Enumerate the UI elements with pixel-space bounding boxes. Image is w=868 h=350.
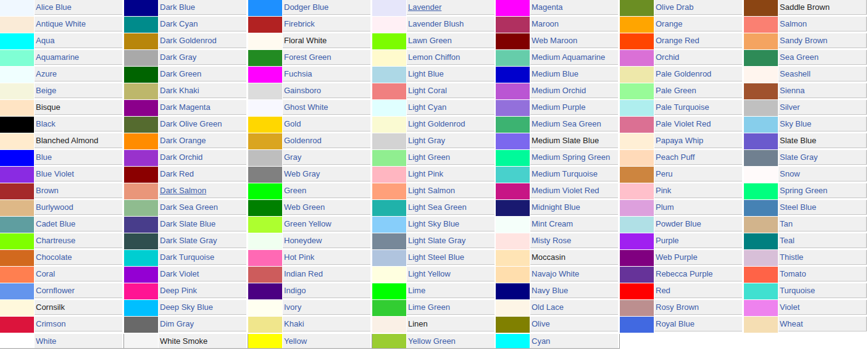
color-name-link[interactable]: Purple: [654, 236, 679, 245]
color-name-link[interactable]: Light Cyan: [407, 102, 446, 112]
color-name-link[interactable]: Hot Pink: [283, 252, 314, 262]
color-name-link[interactable]: Dark Green: [159, 69, 201, 78]
color-name-link[interactable]: Pale Turquoise: [654, 102, 709, 112]
color-name-link[interactable]: Cyan: [530, 336, 550, 346]
color-name-link[interactable]: Red: [654, 286, 670, 295]
color-name-link[interactable]: Dark Orchid: [159, 152, 202, 162]
color-name-link[interactable]: Aquamarine: [35, 52, 79, 62]
color-name-link[interactable]: Light Salmon: [407, 186, 455, 195]
color-name-link[interactable]: Linen: [407, 319, 428, 328]
color-name-link[interactable]: Dark Slate Gray: [159, 236, 217, 245]
color-name-link[interactable]: Web Purple: [654, 252, 698, 262]
color-name-link[interactable]: Cadet Blue: [35, 219, 75, 228]
color-name-link[interactable]: Light Green: [407, 152, 450, 162]
color-name-link[interactable]: Indigo: [283, 286, 306, 295]
color-name-link[interactable]: Crimson: [35, 319, 65, 328]
color-name-link[interactable]: Gray: [283, 152, 301, 162]
color-name-link[interactable]: Papaya Whip: [654, 136, 703, 145]
color-name-link[interactable]: Royal Blue: [654, 319, 695, 328]
color-name-link[interactable]: Seashell: [778, 69, 811, 78]
color-name-link[interactable]: Light Goldenrod: [407, 119, 465, 128]
color-name-link[interactable]: Lime: [407, 286, 425, 295]
color-name-link[interactable]: Gainsboro: [283, 86, 321, 95]
color-name-link[interactable]: Medium Orchid: [530, 86, 586, 95]
color-name-link[interactable]: Wheat: [778, 319, 803, 328]
color-name-link[interactable]: Light Pink: [407, 169, 443, 178]
color-name-link[interactable]: Olive: [530, 319, 550, 328]
color-name-link[interactable]: Yellow Green: [407, 336, 456, 346]
color-name-link[interactable]: Dark Olive Green: [159, 119, 222, 128]
color-name-link[interactable]: Chartreuse: [35, 236, 75, 245]
color-name-link[interactable]: Blue: [35, 152, 52, 162]
color-name-link[interactable]: Orange: [654, 19, 682, 28]
color-name-link[interactable]: Medium Aquamarine: [530, 52, 605, 62]
color-name-link[interactable]: Aqua: [35, 36, 54, 45]
color-name-link[interactable]: Dark Blue: [159, 2, 195, 12]
color-name-link[interactable]: Ghost White: [283, 102, 328, 112]
color-name-link[interactable]: Navajo White: [530, 269, 579, 278]
color-name-link[interactable]: Azure: [35, 69, 57, 78]
color-name-link[interactable]: Web Maroon: [530, 36, 577, 45]
color-name-link[interactable]: Dark Red: [159, 169, 194, 178]
color-name-link[interactable]: Lavender: [407, 2, 441, 12]
color-name-link[interactable]: Medium Sea Green: [530, 119, 601, 128]
color-name-link[interactable]: Medium Spring Green: [530, 152, 610, 162]
color-name-link[interactable]: Powder Blue: [654, 219, 701, 228]
color-name-link[interactable]: Web Gray: [283, 169, 320, 178]
color-name-link[interactable]: Sandy Brown: [778, 36, 827, 45]
color-name-link[interactable]: Olive Drab: [654, 2, 693, 12]
color-name-link[interactable]: Forest Green: [283, 52, 332, 62]
color-name-link[interactable]: Light Steel Blue: [407, 252, 464, 262]
color-name-link[interactable]: Salmon: [778, 19, 807, 28]
color-name-link[interactable]: Rebecca Purple: [654, 269, 713, 278]
color-name-link[interactable]: Dark Slate Blue: [159, 219, 215, 228]
color-name-link[interactable]: Fuchsia: [283, 69, 312, 78]
color-name-link[interactable]: Green: [283, 186, 306, 195]
color-name-link[interactable]: Indian Red: [283, 269, 323, 278]
color-name-link[interactable]: White: [35, 336, 56, 346]
color-name-link[interactable]: Turquoise: [778, 286, 815, 295]
color-name-link[interactable]: White Smoke: [159, 336, 207, 346]
color-name-link[interactable]: Dark Cyan: [159, 19, 198, 28]
color-name-link[interactable]: Beige: [35, 86, 56, 95]
color-name-link[interactable]: Dodger Blue: [283, 2, 328, 12]
color-name-link[interactable]: Light Coral: [407, 86, 447, 95]
color-name-link[interactable]: Spring Green: [778, 186, 827, 195]
color-name-link[interactable]: Cornsilk: [35, 302, 65, 312]
color-name-link[interactable]: Misty Rose: [530, 236, 571, 245]
color-name-link[interactable]: Deep Sky Blue: [159, 302, 213, 312]
color-name-link[interactable]: Floral White: [283, 36, 327, 45]
color-name-link[interactable]: Snow: [778, 169, 800, 178]
color-name-link[interactable]: Moccasin: [530, 252, 565, 262]
color-name-link[interactable]: Pink: [654, 186, 671, 195]
color-name-link[interactable]: Black: [35, 119, 56, 128]
color-name-link[interactable]: Brown: [35, 186, 59, 195]
color-name-link[interactable]: Lemon Chiffon: [407, 52, 460, 62]
color-name-link[interactable]: Medium Turquoise: [530, 169, 598, 178]
color-name-link[interactable]: Medium Blue: [530, 69, 578, 78]
color-name-link[interactable]: Antique White: [35, 19, 86, 28]
color-name-link[interactable]: Dark Orange: [159, 136, 206, 145]
color-name-link[interactable]: Sky Blue: [778, 119, 811, 128]
color-name-link[interactable]: Tomato: [778, 269, 806, 278]
color-name-link[interactable]: Bisque: [35, 102, 61, 112]
color-name-link[interactable]: Navy Blue: [530, 286, 568, 295]
color-name-link[interactable]: Dark Magenta: [159, 102, 211, 112]
color-name-link[interactable]: Thistle: [778, 252, 803, 262]
color-name-link[interactable]: Peru: [654, 169, 672, 178]
color-name-link[interactable]: Dark Violet: [159, 269, 199, 278]
color-name-link[interactable]: Medium Purple: [530, 102, 585, 112]
color-name-link[interactable]: Light Blue: [407, 69, 444, 78]
color-name-link[interactable]: Sienna: [778, 86, 804, 95]
color-name-link[interactable]: Firebrick: [283, 19, 315, 28]
color-name-link[interactable]: Plum: [654, 202, 674, 212]
color-name-link[interactable]: Mint Cream: [530, 219, 573, 228]
color-name-link[interactable]: Steel Blue: [778, 202, 816, 212]
color-name-link[interactable]: Dark Gray: [159, 52, 196, 62]
color-name-link[interactable]: Khaki: [283, 319, 304, 328]
color-name-link[interactable]: Teal: [778, 236, 795, 245]
color-name-link[interactable]: Pale Violet Red: [654, 119, 711, 128]
color-name-link[interactable]: Cornflower: [35, 286, 75, 295]
color-name-link[interactable]: Honeydew: [283, 236, 322, 245]
color-name-link[interactable]: Burlywood: [35, 202, 73, 212]
